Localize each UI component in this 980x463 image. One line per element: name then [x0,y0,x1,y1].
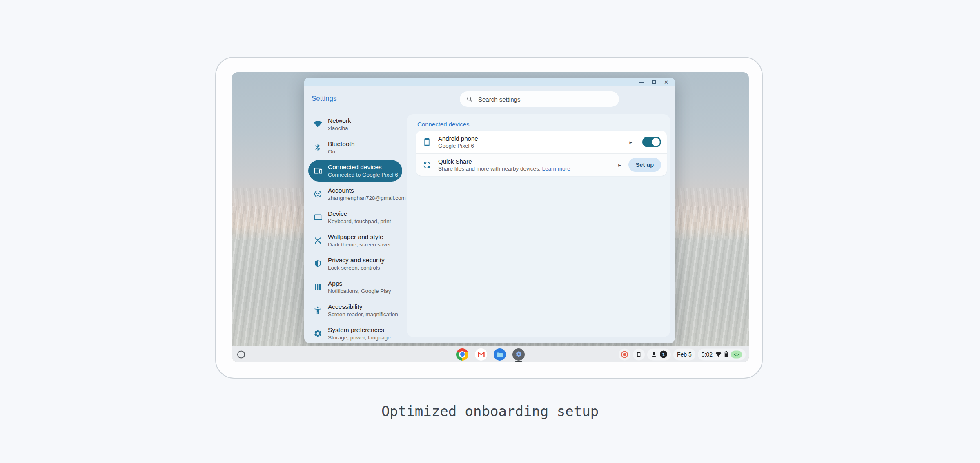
code-app-indicator[interactable]: <> [731,350,742,358]
sidebar-item-sublabel: On [328,148,355,155]
settings-sidebar: Network xiaociba Bluetooth On Connected … [308,113,402,345]
quick-share-icon [423,161,433,169]
settings-window: ✕ Settings Search settings Network xiaoc… [304,78,675,343]
active-app-indicator [515,361,522,362]
page-title: Settings [312,95,336,103]
connected-devices-panel: Connected devices Android phone Google P… [407,114,670,337]
sidebar-item-label: System preferences [328,326,391,334]
bluetooth-icon [313,143,322,152]
sidebar-item-label: Bluetooth [328,140,355,148]
sidebar-item-sublabel: xiaociba [328,125,351,131]
sidebar-item-accounts[interactable]: Accounts zhangmenghan728@gmail.com [308,182,402,206]
screen-record-indicator[interactable] [619,348,630,360]
window-titlebar: ✕ [304,78,675,86]
sidebar-item-system-preferences[interactable]: System preferences Storage, power, langu… [308,322,402,345]
chromeos-screen: ✕ Settings Search settings Network xiaoc… [232,72,749,362]
minimize-button[interactable] [639,82,644,83]
set-up-button[interactable]: Set up [628,158,661,172]
sidebar-item-sublabel: zhangmenghan728@gmail.com [328,195,399,201]
date-pill[interactable]: Feb 5 [673,348,695,360]
sidebar-item-apps[interactable]: Apps Notifications, Google Play [308,275,402,299]
chevron-right-icon[interactable]: ▸ [629,139,632,145]
toggle-knob [652,138,660,146]
accessibility-icon [313,306,322,315]
sidebar-item-sublabel: Notifications, Google Play [328,288,391,294]
sidebar-item-label: Accounts [328,187,399,194]
sidebar-item-accessibility[interactable]: Accessibility Screen reader, magnificati… [308,299,402,322]
phone-icon [636,351,641,358]
time-label: 5:02 [702,351,713,358]
sidebar-item-label: Privacy and security [328,257,385,264]
apps-grid-icon [313,283,322,292]
search-placeholder: Search settings [478,96,520,103]
chrome-icon[interactable] [456,348,468,361]
sidebar-item-sublabel: Lock screen, controls [328,265,385,271]
sidebar-item-sublabel: Dark theme, screen saver [328,241,391,248]
android-phone-toggle[interactable] [642,137,661,147]
quick-share-row[interactable]: Quick Share Share files and more with ne… [416,153,667,176]
system-tray[interactable]: 5:02 <> [698,348,746,360]
sidebar-item-label: Wallpaper and style [328,233,391,241]
account-icon [313,190,322,199]
sidebar-item-device[interactable]: Device Keyboard, touchpad, print [308,206,402,229]
search-icon [466,96,473,103]
sidebar-item-label: Apps [328,280,391,287]
phone-hub-button[interactable] [633,348,645,360]
download-icon [651,351,657,357]
close-button[interactable]: ✕ [664,80,668,85]
maximize-button[interactable] [652,80,656,84]
sidebar-item-connected-devices[interactable]: Connected devices Connected to Google Pi… [308,160,402,182]
row-subtitle-text: Share files and more with nearby devices… [438,166,541,172]
connected-devices-icon [313,166,322,175]
gmail-icon[interactable] [475,348,487,361]
sidebar-item-label: Connected devices [328,164,398,171]
search-input[interactable]: Search settings [460,91,619,107]
wallpaper-icon [313,236,322,245]
sidebar-item-label: Device [328,210,391,217]
date-label: Feb 5 [677,351,692,358]
sidebar-item-sublabel: Storage, power, language [328,335,391,341]
sidebar-item-label: Network [328,117,351,124]
gear-icon [313,329,322,338]
notification-badge: 1 [660,351,667,358]
figure-caption: Optimized onboarding setup [0,403,980,419]
wifi-status-icon [715,352,722,357]
sidebar-item-label: Accessibility [328,303,398,310]
sidebar-item-bluetooth[interactable]: Bluetooth On [308,136,402,159]
divider [637,135,637,148]
laptop-icon [313,213,322,222]
files-icon[interactable] [494,348,506,361]
settings-app-icon[interactable] [512,348,525,361]
connected-devices-card: Android phone Google Pixel 6 ▸ Quick Sha… [416,131,667,176]
row-subtitle: Google Pixel 6 [438,143,625,149]
download-notification[interactable]: 1 [647,348,671,360]
record-icon [621,351,628,358]
row-subtitle: Share files and more with nearby devices… [438,166,614,172]
sidebar-item-privacy[interactable]: Privacy and security Lock screen, contro… [308,252,402,275]
shelf-apps [456,348,525,361]
panel-header: Connected devices [417,121,470,128]
sidebar-item-network[interactable]: Network xiaociba [308,113,402,136]
sidebar-item-sublabel: Connected to Google Pixel 6 [328,172,398,178]
launcher-button[interactable] [237,350,245,358]
smartphone-icon [423,138,433,146]
shelf: 1 Feb 5 5:02 <> [232,346,749,362]
battery-icon [724,351,728,358]
sidebar-item-wallpaper[interactable]: Wallpaper and style Dark theme, screen s… [308,229,402,252]
row-title: Quick Share [438,158,614,165]
sidebar-item-sublabel: Keyboard, touchpad, print [328,218,391,224]
row-title: Android phone [438,135,625,142]
window-body: Settings Search settings Network xiaocib… [304,86,675,343]
shield-icon [313,259,322,268]
status-tray: 1 Feb 5 5:02 <> [619,348,746,360]
sidebar-item-sublabel: Screen reader, magnification [328,311,398,317]
android-phone-row[interactable]: Android phone Google Pixel 6 ▸ [416,131,667,153]
learn-more-link[interactable]: Learn more [542,166,570,172]
wifi-icon [313,120,322,129]
chevron-right-icon[interactable]: ▸ [618,162,621,168]
